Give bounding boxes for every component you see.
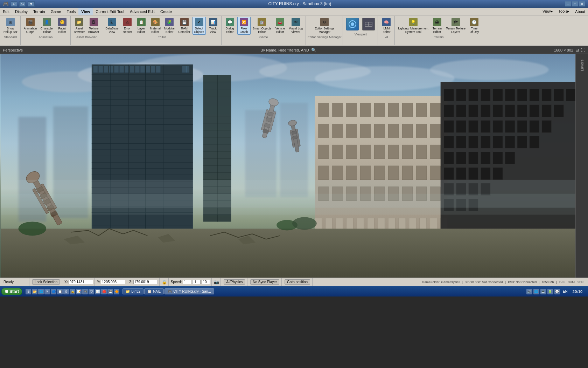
speed-large-input[interactable] (202, 280, 210, 284)
quick-launch-icon-5[interactable]: 🔵 (51, 289, 56, 294)
toolbar-area: ⊞ ShowRollup Bar Standard 🎬 AnimationGra… (0, 15, 588, 46)
svg-rect-23 (120, 66, 124, 73)
sync-player-button[interactable]: No Sync Player (250, 279, 279, 285)
speed-small-input[interactable] (192, 280, 201, 284)
select-objects-button[interactable]: ✔ SelectObjects (192, 17, 206, 35)
quick-launch-icon-7[interactable]: ⚙ (63, 289, 69, 294)
tray-icon-2[interactable]: 🌐 (533, 289, 539, 294)
svg-rect-114 (332, 166, 343, 180)
layer-editor-icon: 📋 (137, 18, 146, 26)
x-input[interactable] (69, 280, 93, 284)
show-rollup-bar-button[interactable]: ⊞ ShowRollup Bar (2, 17, 19, 35)
character-editor-button[interactable]: 👤 CharacterEditor (39, 17, 55, 35)
texture-browser-button[interactable]: 🖼 TextureBrowser (87, 17, 100, 35)
viewport-extra-button[interactable] (361, 17, 376, 32)
minimize-button[interactable]: ─ (565, 1, 571, 7)
svg-rect-170 (468, 120, 478, 132)
menu-tools[interactable]: Tools (64, 8, 79, 15)
menu-view[interactable]: View (78, 8, 93, 15)
visual-log-viewer-button[interactable]: 👁 Visual LogViewer (287, 17, 304, 35)
quick-launch-icon-14[interactable]: 💾 (107, 289, 113, 294)
svg-rect-95 (318, 124, 329, 138)
error-report-button[interactable]: ⚠ ErrorReport (121, 17, 134, 35)
viewport-filter-area: By Name, Hide filtered, AND 🔍 (260, 48, 316, 53)
scrl-indicator: SCRL (577, 280, 585, 284)
quick-launch-icon-15[interactable]: 🔶 (114, 289, 119, 294)
lighting-system-tool-button[interactable]: 💡 Lighting, MeasurementSystem Tool (397, 17, 429, 35)
divider-4: | (556, 280, 557, 284)
material-editor-button[interactable]: 🎨 MaterialEditor (149, 17, 162, 35)
lnm-editor-button[interactable]: 🧠 LNMEditor (380, 17, 393, 35)
svg-rect-19 (99, 66, 103, 73)
ram-compiler-button[interactable]: 💾 RAMCompiler (177, 17, 192, 35)
menu-create[interactable]: Create (158, 8, 175, 15)
svg-rect-156 (566, 89, 576, 101)
quick-launch-icon-10[interactable]: 🎮 (82, 289, 88, 294)
quick-launch-icon-12[interactable]: 📊 (95, 289, 100, 294)
quick-launch-icon-9[interactable]: 📝 (76, 289, 82, 294)
redo-icon[interactable]: ↪ (19, 1, 26, 7)
time-of-day-button[interactable]: 🕐 TimeOf Day (468, 17, 481, 35)
smart-objects-editor-button[interactable]: 🤖 Smart ObjectsEditor (251, 17, 273, 35)
fullscreen-icon[interactable]: ⛶ (581, 48, 585, 53)
extra-icon[interactable]: ▼ (28, 1, 35, 7)
menu-current-edit-tool[interactable]: Current Edit Tool (93, 8, 127, 15)
tray-icon-5[interactable]: 💬 (554, 289, 560, 294)
dialog-editor-button[interactable]: 💬 DialogEditor (223, 17, 237, 35)
flow-graph-button[interactable]: 🔀 FlowGraph (237, 17, 251, 35)
terrain-texture-layers-button[interactable]: 🗺 Terrain TextureLayers (444, 17, 467, 35)
grid-view-icon[interactable]: ⊟ (575, 48, 579, 53)
animation-graph-button[interactable]: 🎬 AnimationGraph (22, 17, 38, 35)
taskbar-item-nail[interactable]: 📋 NAIL (144, 288, 164, 294)
speed-value-input[interactable] (183, 280, 191, 284)
ready-text: Ready (4, 280, 14, 284)
close-button[interactable]: ✕ (579, 1, 585, 7)
quick-launch-icon-8[interactable]: 🔒 (70, 289, 75, 294)
tray-icon-1[interactable]: 🔊 (526, 289, 532, 294)
undo-icon[interactable]: ↩ (11, 1, 17, 7)
menu-advanced-edit[interactable]: Advanced Edit (127, 8, 158, 15)
viewport-canvas[interactable]: Layers (0, 54, 588, 278)
track-view-button[interactable]: 📊 TrackView (206, 17, 220, 35)
quick-launch-icon-1[interactable]: 🖥 (26, 289, 31, 294)
svg-rect-88 (346, 103, 357, 117)
ai-physics-button[interactable]: AI/Physics (224, 279, 245, 285)
asset-browser-button[interactable]: 📁 AssetBrowser (72, 17, 86, 35)
quick-launch-icon-3[interactable]: 🌐 (38, 289, 44, 294)
taskbar-item-bin32[interactable]: 📁 Bin32 (122, 288, 144, 294)
menu-game[interactable]: Game (48, 8, 64, 15)
menu-about[interactable]: About (572, 8, 588, 15)
quick-launch-icon-13[interactable]: 🔴 (101, 289, 107, 294)
lock-selection-button[interactable]: Lock Selection (32, 279, 60, 285)
modular-editor-button[interactable]: 🧩 ModularEditor (163, 17, 176, 35)
menu-tools-right[interactable]: Tools▸ (556, 8, 573, 15)
quick-launch-icon-11[interactable]: 🛡 (89, 289, 94, 294)
y-input[interactable] (101, 280, 125, 284)
lock-icon[interactable]: 🔒 (162, 280, 167, 285)
editor-settings-manager-button[interactable]: ⚙ Editor SettingsManager (314, 17, 336, 35)
quick-launch-icon-6[interactable]: 📋 (57, 289, 63, 294)
menu-edit[interactable]: Edit (0, 8, 12, 15)
maximize-button[interactable]: □ (572, 1, 578, 7)
goto-position-button[interactable]: Goto position (285, 279, 310, 285)
facial-editor-button[interactable]: 😊 FacialEditor (56, 17, 69, 35)
lighting-system-icon: 💡 (409, 18, 418, 26)
taskbar-item-sandbox[interactable]: 🎮 CITY RUINS.cry - San... (164, 288, 214, 294)
quick-launch-icon-2[interactable]: 📂 (32, 289, 37, 294)
viewport-mode-button[interactable] (345, 17, 360, 32)
tray-icon-4[interactable]: 🔋 (547, 289, 553, 294)
layer-editor-button[interactable]: 📋 LayerEditor (135, 17, 148, 35)
game-folder-info: GameFolder: GameCrysis2 (422, 280, 460, 284)
quick-launch-icon-4[interactable]: ✉ (44, 289, 50, 294)
terrain-label: Terrain (434, 35, 444, 39)
menu-terrain[interactable]: Terrain (30, 8, 48, 15)
menu-display[interactable]: Display (12, 8, 30, 15)
z-input[interactable] (133, 280, 158, 284)
menu-view-right[interactable]: View▸ (540, 8, 556, 15)
terrain-editor-button[interactable]: 🏔 TerrainEditor (430, 17, 444, 35)
database-view-button[interactable]: 🗄 DataBaseView (104, 17, 120, 35)
start-button[interactable]: ⊞ Start (1, 288, 22, 295)
vehicle-editor-button[interactable]: 🚗 VehicleEditor (273, 17, 287, 35)
tray-icon-3[interactable]: 💻 (540, 289, 546, 294)
svg-rect-32 (186, 66, 189, 73)
